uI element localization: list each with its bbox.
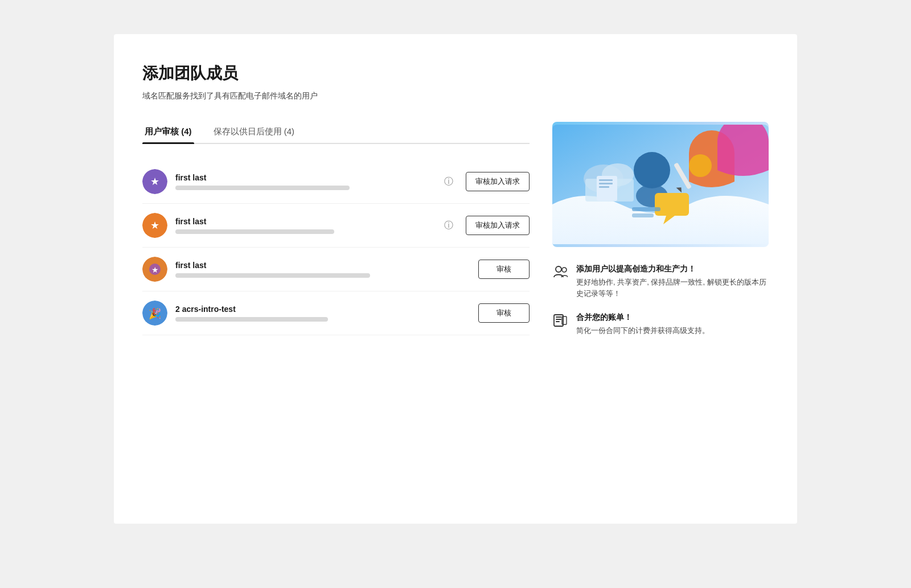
feature-item: 合并您的账单！ 简化一份合同下的计费并获得高级支持。 xyxy=(552,312,769,336)
user-icon xyxy=(552,264,568,280)
page-container: 添加团队成员 域名匹配服务找到了具有匹配电子邮件域名的用户 用户审核 (4) 保… xyxy=(114,34,797,524)
tabs-row: 用户审核 (4) 保存以供日后使用 (4) xyxy=(142,122,530,144)
svg-point-27 xyxy=(562,268,567,272)
svg-rect-29 xyxy=(556,316,561,318)
user-bar xyxy=(175,186,350,190)
svg-point-17 xyxy=(634,152,670,188)
table-row: 🎉 2 acrs-intro-test 审核 xyxy=(142,291,530,335)
feature-text: 添加用户以提高创造力和生产力！ 更好地协作, 共享资产, 保持品牌一致性, 解锁… xyxy=(576,264,769,299)
table-row: ★ first last 审核 xyxy=(142,248,530,291)
user-info: 2 acrs-intro-test xyxy=(175,305,453,322)
user-info: first last xyxy=(175,173,432,190)
review-button-3[interactable]: 审核 xyxy=(478,260,530,279)
avatar: 🎉 xyxy=(142,301,167,326)
feature-item: 添加用户以提高创造力和生产力！ 更好地协作, 共享资产, 保持品牌一致性, 解锁… xyxy=(552,264,769,299)
table-row: ★ first last ⓘ 审核加入请求 xyxy=(142,160,530,204)
user-name: first last xyxy=(175,217,432,226)
svg-rect-31 xyxy=(556,321,560,322)
svg-text:★: ★ xyxy=(151,265,159,274)
svg-rect-25 xyxy=(632,213,654,217)
user-info: first last xyxy=(175,217,432,234)
svg-rect-15 xyxy=(599,183,613,184)
feature-desc-2: 简化一份合同下的计费并获得高级支持。 xyxy=(576,325,709,336)
review-join-button-1[interactable]: 审核加入请求 xyxy=(466,172,530,191)
avatar: ★ xyxy=(142,213,167,238)
feature-desc-1: 更好地协作, 共享资产, 保持品牌一致性, 解锁更长的版本历史记录等等！ xyxy=(576,277,769,299)
table-row: ★ first last ⓘ 审核加入请求 xyxy=(142,204,530,248)
avatar: ★ xyxy=(142,257,167,282)
illustration xyxy=(552,122,769,247)
svg-rect-19 xyxy=(655,193,689,216)
info-icon[interactable]: ⓘ xyxy=(444,220,453,232)
feature-text: 合并您的账单！ 简化一份合同下的计费并获得高级支持。 xyxy=(576,312,709,336)
info-icon[interactable]: ⓘ xyxy=(444,176,453,188)
user-info: first last xyxy=(175,261,453,278)
right-panel: 添加用户以提高创造力和生产力！ 更好地协作, 共享资产, 保持品牌一致性, 解锁… xyxy=(552,122,769,490)
page-title: 添加团队成员 xyxy=(142,63,769,84)
svg-text:🎉: 🎉 xyxy=(149,307,162,320)
svg-rect-24 xyxy=(632,207,660,211)
tab-review[interactable]: 用户审核 (4) xyxy=(142,122,194,143)
user-list: ★ first last ⓘ 审核加入请求 ★ xyxy=(142,160,530,335)
review-join-button-2[interactable]: 审核加入请求 xyxy=(466,216,530,235)
review-button-4[interactable]: 审核 xyxy=(478,303,530,323)
user-bar xyxy=(175,273,370,278)
tab-save[interactable]: 保存以供日后使用 (4) xyxy=(211,122,297,143)
svg-point-23 xyxy=(689,154,712,177)
content-area: 用户审核 (4) 保存以供日后使用 (4) ★ xyxy=(142,122,769,490)
svg-rect-16 xyxy=(599,186,609,188)
features-list: 添加用户以提高创造力和生产力！ 更好地协作, 共享资产, 保持品牌一致性, 解锁… xyxy=(552,264,769,336)
feature-title-1: 添加用户以提高创造力和生产力！ xyxy=(576,264,769,274)
svg-text:★: ★ xyxy=(150,176,159,187)
user-bar xyxy=(175,317,328,322)
user-name: first last xyxy=(175,261,453,270)
left-panel: 用户审核 (4) 保存以供日后使用 (4) ★ xyxy=(142,122,530,490)
merge-icon xyxy=(552,312,568,328)
feature-title-2: 合并您的账单！ xyxy=(576,312,709,323)
user-bar xyxy=(175,229,334,234)
user-name: 2 acrs-intro-test xyxy=(175,305,453,314)
avatar: ★ xyxy=(142,169,167,194)
page-subtitle: 域名匹配服务找到了具有匹配电子邮件域名的用户 xyxy=(142,91,769,101)
svg-point-26 xyxy=(556,266,561,272)
svg-text:★: ★ xyxy=(150,220,159,231)
svg-rect-30 xyxy=(556,319,561,320)
svg-rect-14 xyxy=(599,179,613,181)
user-name: first last xyxy=(175,173,432,182)
